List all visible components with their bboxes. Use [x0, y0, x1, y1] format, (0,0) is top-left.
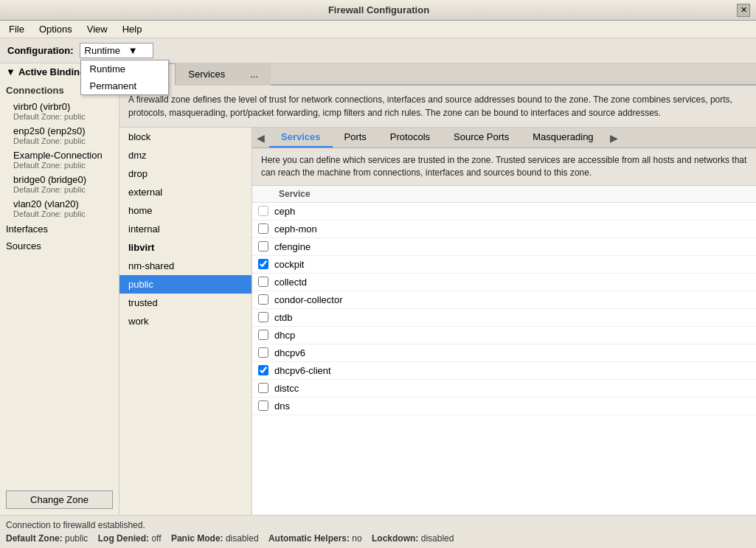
- sidebar-vlan20-zone: Default Zone: public: [13, 209, 113, 218]
- sidebar-connection-enp2s0[interactable]: enp2s0 (enp2s0) Default Zone: public: [0, 123, 119, 148]
- service-row-distcc: distcc: [252, 380, 756, 398]
- services-panel: ◀ Services Ports Protocols Source Ports …: [252, 128, 756, 515]
- sidebar-virbr0-name: virbr0 (virbr0): [13, 101, 113, 112]
- service-name-cfengine: cfengine: [274, 241, 311, 252]
- sidebar-connection-example[interactable]: Example-Connection Default Zone: public: [0, 148, 119, 172]
- sidebar: ▼ Active Bindings Connections virbr0 (vi…: [0, 63, 119, 515]
- sidebar-enp2s0-name: enp2s0 (enp2s0): [13, 125, 113, 136]
- default-zone-label: Default Zone:: [6, 533, 63, 544]
- zone-block[interactable]: block: [119, 128, 252, 146]
- tab-services[interactable]: Services: [176, 63, 237, 86]
- service-row-dns: dns: [252, 398, 756, 415]
- service-name-dhcpv6-client: dhcpv6-client: [274, 365, 331, 376]
- sidebar-item-interfaces[interactable]: Interfaces: [0, 221, 119, 237]
- tab-more[interactable]: ...: [237, 63, 271, 86]
- right-panel: Zones Services ... A firewalld zone defi…: [119, 63, 756, 515]
- service-checkbox-condor-collector[interactable]: [258, 294, 268, 305]
- right-arrow-icon[interactable]: ▶: [606, 129, 623, 147]
- menu-options[interactable]: Options: [33, 22, 78, 36]
- config-option-permanent[interactable]: Permanent: [81, 77, 168, 94]
- service-checkbox-collectd[interactable]: [258, 277, 268, 287]
- sidebar-connection-vlan20[interactable]: vlan20 (vlan20) Default Zone: public: [0, 196, 119, 221]
- zone-home[interactable]: home: [119, 201, 252, 220]
- service-name-dns: dns: [274, 400, 290, 412]
- service-row-dhcpv6-client: dhcpv6-client: [252, 362, 756, 380]
- service-name-cockpit: cockpit: [274, 259, 304, 270]
- panic-mode-value: disabled: [226, 533, 266, 544]
- log-denied-label: Log Denied:: [98, 533, 149, 544]
- service-name-condor-collector: condor-collector: [274, 294, 343, 305]
- close-button[interactable]: ✕: [737, 4, 750, 17]
- service-name-distcc: distcc: [274, 383, 299, 394]
- zone-work[interactable]: work: [119, 312, 252, 330]
- service-row-dhcpv6: dhcpv6: [252, 344, 756, 362]
- menu-file[interactable]: File: [3, 22, 30, 36]
- menu-view[interactable]: View: [81, 22, 114, 36]
- service-checkbox-ceph-mon[interactable]: [258, 223, 268, 234]
- service-row-collectd: collectd: [252, 274, 756, 291]
- service-row-ceph-mon: ceph-mon: [252, 221, 756, 238]
- zone-internal[interactable]: internal: [119, 220, 252, 238]
- services-column-header: Service: [252, 186, 756, 203]
- zone-external[interactable]: external: [119, 183, 252, 201]
- service-checkbox-ctdb[interactable]: [258, 312, 268, 322]
- left-arrow-icon[interactable]: ◀: [252, 129, 269, 147]
- sidebar-enp2s0-zone: Default Zone: public: [13, 136, 113, 145]
- services-tab-masquerading[interactable]: Masquerading: [521, 128, 605, 148]
- sidebar-example-name: Example-Connection: [13, 150, 113, 161]
- config-dropdown[interactable]: Runtime ▼ Runtime Permanent: [80, 43, 153, 58]
- service-checkbox-dns[interactable]: [258, 400, 268, 411]
- service-checkbox-dhcpv6[interactable]: [258, 347, 268, 358]
- service-checkbox-cfengine[interactable]: [258, 241, 268, 252]
- service-name-ceph: ceph: [274, 206, 295, 217]
- sidebar-bridge0-name: bridge0 (bridge0): [13, 174, 113, 185]
- main-tabs: Zones Services ...: [119, 63, 756, 86]
- zone-nm-shared[interactable]: nm-shared: [119, 257, 252, 275]
- panic-mode-label: Panic Mode:: [171, 533, 223, 544]
- zone-drop[interactable]: drop: [119, 164, 252, 183]
- chevron-down-icon: ▼: [128, 45, 138, 56]
- sidebar-bridge0-zone: Default Zone: public: [13, 185, 113, 194]
- title-bar: Firewall Configuration ✕: [0, 0, 756, 21]
- zone-panel: block dmz drop external home internal li…: [119, 128, 756, 515]
- service-checkbox-ceph[interactable]: [258, 206, 268, 216]
- menu-help[interactable]: Help: [117, 22, 148, 36]
- service-checkbox-dhcp[interactable]: [258, 330, 268, 340]
- automatic-helpers-value: no: [352, 533, 369, 544]
- change-zone-button[interactable]: Change Zone: [6, 490, 113, 509]
- menu-bar: File Options View Help: [0, 21, 756, 38]
- zone-libvirt[interactable]: libvirt: [119, 238, 252, 257]
- service-row-dhcp: dhcp: [252, 327, 756, 344]
- service-checkbox-distcc[interactable]: [258, 383, 268, 393]
- config-current-value: Runtime: [85, 45, 120, 56]
- sidebar-connection-bridge0[interactable]: bridge0 (bridge0) Default Zone: public: [0, 172, 119, 196]
- zone-public[interactable]: public: [119, 275, 252, 294]
- sidebar-item-sources[interactable]: Sources: [0, 237, 119, 254]
- service-row-ceph: ceph: [252, 203, 756, 221]
- zone-trusted[interactable]: trusted: [119, 294, 252, 312]
- zone-description: A firewalld zone defines the level of tr…: [119, 86, 756, 128]
- config-dropdown-menu: Runtime Permanent: [80, 60, 169, 95]
- service-row-cockpit: cockpit: [252, 256, 756, 274]
- zone-list: block dmz drop external home internal li…: [119, 128, 252, 515]
- sidebar-example-zone: Default Zone: public: [13, 161, 113, 170]
- zone-dmz[interactable]: dmz: [119, 146, 252, 164]
- service-name-ctdb: ctdb: [274, 312, 293, 323]
- service-name-ceph-mon: ceph-mon: [274, 223, 317, 235]
- services-tab-protocols[interactable]: Protocols: [378, 128, 442, 148]
- services-tabs: ◀ Services Ports Protocols Source Ports …: [252, 128, 756, 148]
- automatic-helpers-label: Automatic Helpers:: [268, 533, 350, 544]
- services-tab-source-ports[interactable]: Source Ports: [442, 128, 521, 148]
- service-row-cfengine: cfengine: [252, 238, 756, 256]
- config-label: Configuration:: [7, 45, 74, 56]
- status-bar: Connection to firewalld established. Def…: [0, 515, 756, 548]
- services-description: Here you can define which services are t…: [252, 148, 756, 186]
- service-checkbox-dhcpv6-client[interactable]: [258, 365, 268, 375]
- config-option-runtime[interactable]: Runtime: [81, 60, 168, 77]
- services-tab-ports[interactable]: Ports: [333, 128, 378, 148]
- sidebar-connection-virbr0[interactable]: virbr0 (virbr0) Default Zone: public: [0, 99, 119, 123]
- services-tab-services[interactable]: Services: [269, 128, 333, 148]
- service-checkbox-cockpit[interactable]: [258, 259, 268, 269]
- service-row-ctdb: ctdb: [252, 309, 756, 327]
- default-zone-value: public: [65, 533, 95, 544]
